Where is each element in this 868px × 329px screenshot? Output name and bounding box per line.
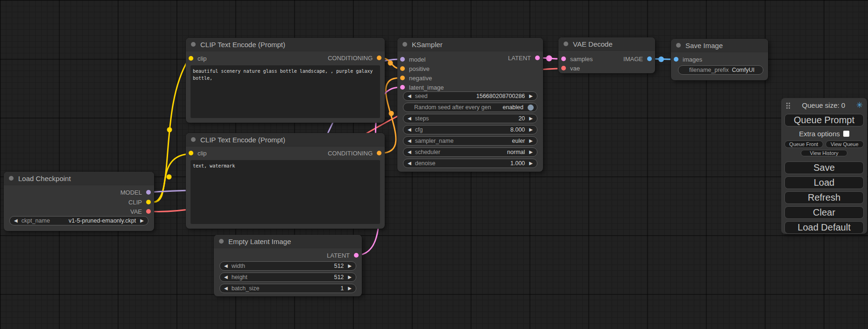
toggle-knob-icon[interactable] <box>528 105 534 111</box>
clear-button[interactable]: Clear <box>784 206 864 219</box>
arrow-left-icon[interactable]: ◀ <box>408 116 411 121</box>
save-button[interactable]: Save <box>784 161 864 174</box>
conditioning-slot-dot-icon[interactable] <box>377 56 381 60</box>
arrow-left-icon[interactable]: ◀ <box>224 275 228 280</box>
collapse-dot-icon[interactable] <box>9 176 14 181</box>
denoise-widget[interactable]: ◀ denoise 1.000 ▶ <box>403 159 537 168</box>
input-slot-samples[interactable]: samples <box>561 56 593 62</box>
output-slot-vae[interactable]: VAE <box>130 208 151 215</box>
seed-widget[interactable]: ◀ seed 156680208700286 ▶ <box>403 91 537 101</box>
latent-slot-dot-icon[interactable] <box>400 85 405 90</box>
node-title-bar[interactable]: VAE Decode <box>558 37 655 51</box>
arrow-right-icon[interactable]: ▶ <box>140 218 144 223</box>
input-slot-vae[interactable]: vae <box>561 65 580 71</box>
arrow-left-icon[interactable]: ◀ <box>224 286 228 291</box>
latent-slot-dot-icon[interactable] <box>561 56 566 61</box>
drag-handle-icon[interactable] <box>786 102 791 109</box>
queue-prompt-button[interactable]: Queue Prompt <box>784 114 864 126</box>
scheduler-widget[interactable]: ◀ scheduler normal ▶ <box>403 147 537 157</box>
latent-slot-dot-icon[interactable] <box>354 253 359 258</box>
output-slot-model[interactable]: MODEL <box>120 189 151 196</box>
output-slot-clip[interactable]: CLIP <box>128 199 151 205</box>
negative-prompt-textarea[interactable]: text, watermark <box>191 160 380 224</box>
clip-slot-dot-icon[interactable] <box>189 151 193 155</box>
clip-slot-dot-icon[interactable] <box>146 200 151 204</box>
clip-slot-dot-icon[interactable] <box>189 56 193 61</box>
cfg-widget[interactable]: ◀ cfg 8.000 ▶ <box>403 125 537 134</box>
arrow-left-icon[interactable]: ◀ <box>408 127 411 132</box>
output-slot-conditioning[interactable]: CONDITIONING <box>328 55 381 61</box>
steps-widget[interactable]: ◀ steps 20 ▶ <box>403 114 537 123</box>
load-button[interactable]: Load <box>784 176 864 189</box>
input-slot-clip[interactable]: clip <box>189 55 207 62</box>
collapse-dot-icon[interactable] <box>676 43 681 48</box>
node-empty-latent-image[interactable]: Empty Latent Image LATENT ◀ width 512 ▶ … <box>214 235 362 296</box>
queue-front-button[interactable]: Queue Front <box>784 140 823 148</box>
output-slot-latent[interactable]: LATENT <box>508 55 540 61</box>
output-slot-conditioning[interactable]: CONDITIONING <box>328 150 381 156</box>
view-queue-button[interactable]: View Queue <box>826 140 864 148</box>
conditioning-slot-dot-icon[interactable] <box>400 76 405 80</box>
collapse-dot-icon[interactable] <box>402 42 407 47</box>
collapse-dot-icon[interactable] <box>219 239 224 244</box>
model-slot-dot-icon[interactable] <box>400 57 405 62</box>
sampler-name-widget[interactable]: ◀ sampler_name euler ▶ <box>403 136 537 146</box>
latent-slot-dot-icon[interactable] <box>535 56 540 60</box>
collapse-dot-icon[interactable] <box>191 137 196 142</box>
arrow-right-icon[interactable]: ▶ <box>529 116 533 121</box>
input-slot-latent-image[interactable]: latent_image <box>400 84 444 91</box>
view-history-button[interactable]: View History <box>801 150 847 156</box>
image-slot-dot-icon[interactable] <box>647 56 652 61</box>
node-title-bar[interactable]: Save Image <box>671 39 768 52</box>
arrow-right-icon[interactable]: ▶ <box>348 286 352 291</box>
arrow-left-icon[interactable]: ◀ <box>408 150 411 154</box>
arrow-left-icon[interactable]: ◀ <box>14 218 18 223</box>
node-load-checkpoint[interactable]: Load Checkpoint MODEL CLIP VAE ◀ ckpt_na… <box>4 172 154 231</box>
input-slot-clip[interactable]: clip <box>189 150 207 156</box>
load-default-button[interactable]: Load Default <box>784 221 864 234</box>
input-slot-model[interactable]: model <box>400 56 425 63</box>
arrow-right-icon[interactable]: ▶ <box>529 150 533 154</box>
node-ksampler[interactable]: KSampler model positive negative latent_… <box>397 38 543 172</box>
input-slot-images[interactable]: images <box>674 56 702 63</box>
input-slot-positive[interactable]: positive <box>400 65 430 72</box>
refresh-button[interactable]: Refresh <box>784 191 864 204</box>
vae-slot-dot-icon[interactable] <box>146 209 151 214</box>
node-save-image[interactable]: Save Image images filename_prefix ComfyU… <box>671 39 768 80</box>
node-clip-text-encode-positive[interactable]: CLIP Text Encode (Prompt) clip CONDITION… <box>186 38 385 123</box>
arrow-right-icon[interactable]: ▶ <box>529 127 533 132</box>
ckpt-name-widget[interactable]: ◀ ckpt_name v1-5-pruned-emaonly.ckpt ▶ <box>9 216 148 225</box>
extra-options-checkbox[interactable] <box>843 131 849 137</box>
arrow-left-icon[interactable]: ◀ <box>408 161 411 166</box>
random-seed-toggle-widget[interactable]: Random seed after every gen enabled <box>403 103 537 112</box>
filename-prefix-widget[interactable]: filename_prefix ComfyUI <box>678 65 763 75</box>
arrow-left-icon[interactable]: ◀ <box>408 94 411 98</box>
node-title-bar[interactable]: Load Checkpoint <box>4 172 154 185</box>
image-slot-dot-icon[interactable] <box>674 57 678 62</box>
conditioning-slot-dot-icon[interactable] <box>377 151 381 155</box>
arrow-left-icon[interactable]: ◀ <box>224 264 228 268</box>
batch-size-widget[interactable]: ◀ batch_size 1 ▶ <box>219 284 356 293</box>
node-vae-decode[interactable]: VAE Decode samples vae IMAGE <box>558 37 655 73</box>
conditioning-slot-dot-icon[interactable] <box>400 66 405 71</box>
width-widget[interactable]: ◀ width 512 ▶ <box>219 261 356 271</box>
collapse-dot-icon[interactable] <box>191 42 196 47</box>
node-title-bar[interactable]: CLIP Text Encode (Prompt) <box>186 38 385 51</box>
vae-slot-dot-icon[interactable] <box>561 66 566 70</box>
node-title-bar[interactable]: KSampler <box>397 38 543 51</box>
collapse-dot-icon[interactable] <box>564 42 568 46</box>
arrow-left-icon[interactable]: ◀ <box>408 139 411 143</box>
node-title-bar[interactable]: CLIP Text Encode (Prompt) <box>186 133 385 147</box>
positive-prompt-textarea[interactable]: beautiful scenery nature glass bottle la… <box>191 65 380 118</box>
output-slot-image[interactable]: IMAGE <box>623 56 652 62</box>
node-clip-text-encode-negative[interactable]: CLIP Text Encode (Prompt) clip CONDITION… <box>186 133 385 229</box>
height-widget[interactable]: ◀ height 512 ▶ <box>219 273 356 282</box>
arrow-right-icon[interactable]: ▶ <box>529 161 533 166</box>
node-title-bar[interactable]: Empty Latent Image <box>214 235 362 248</box>
settings-gear-icon[interactable]: ✳ <box>856 101 863 109</box>
input-slot-negative[interactable]: negative <box>400 75 432 81</box>
output-slot-latent[interactable]: LATENT <box>327 252 359 259</box>
arrow-right-icon[interactable]: ▶ <box>529 139 533 143</box>
arrow-right-icon[interactable]: ▶ <box>348 275 352 280</box>
arrow-right-icon[interactable]: ▶ <box>529 94 533 98</box>
